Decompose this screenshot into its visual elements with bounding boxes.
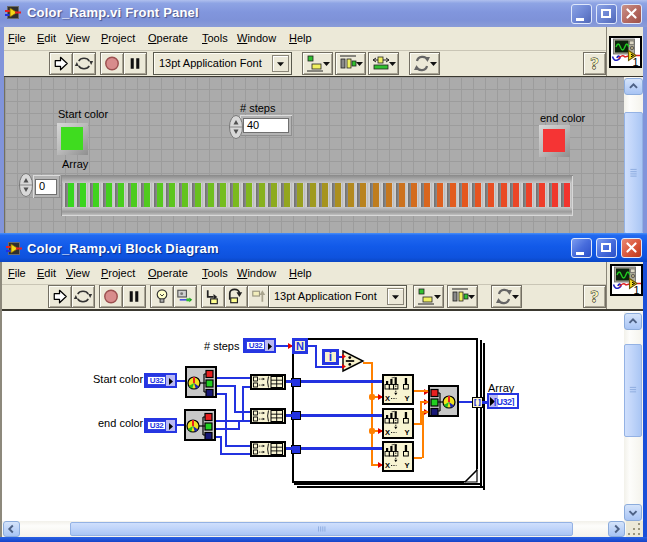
svg-text:[U32]: [U32] xyxy=(494,397,515,407)
svg-text:U32: U32 xyxy=(150,377,164,384)
svg-text:X: X xyxy=(385,427,390,436)
svg-text:Y: Y xyxy=(405,461,410,470)
svg-text:Y: Y xyxy=(405,427,410,436)
svg-text:N: N xyxy=(296,341,304,351)
svg-text:i: i xyxy=(329,352,332,362)
svg-text:X: X xyxy=(385,461,390,470)
svg-text:Y: Y xyxy=(405,394,410,403)
svg-text:?: ? xyxy=(590,54,599,73)
svg-text:U32: U32 xyxy=(249,342,263,349)
svg-text:1: 1 xyxy=(633,284,639,295)
svg-text:?: ? xyxy=(590,287,599,306)
svg-text:1: 1 xyxy=(632,56,638,67)
svg-text:U32: U32 xyxy=(150,422,164,429)
svg-text:X: X xyxy=(385,394,390,403)
